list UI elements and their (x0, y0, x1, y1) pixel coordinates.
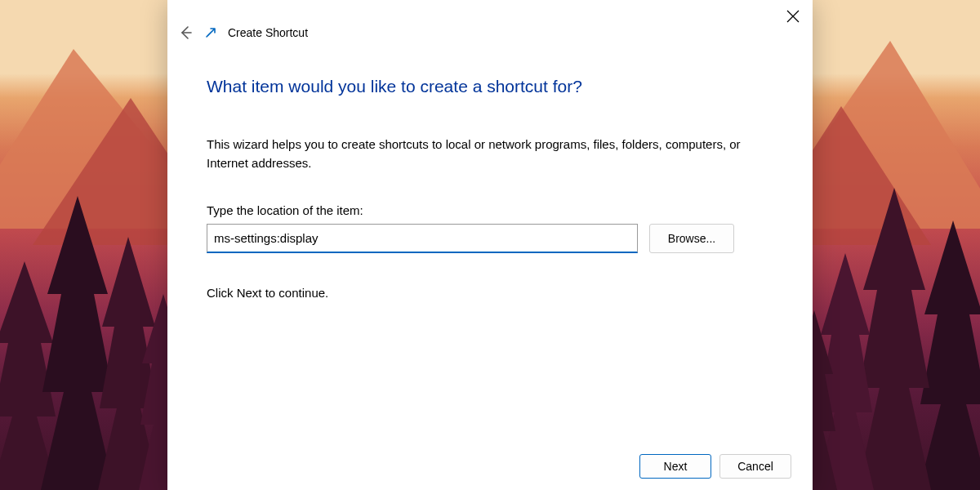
location-row: Browse... (207, 224, 773, 253)
close-icon[interactable] (786, 10, 800, 23)
next-button[interactable]: Next (639, 454, 711, 479)
browse-button[interactable]: Browse... (649, 224, 734, 253)
location-label: Type the location of the item: (207, 203, 773, 217)
wizard-description: This wizard helps you to create shortcut… (207, 136, 773, 172)
dialog-title: Create Shortcut (228, 26, 308, 39)
back-arrow-icon[interactable] (177, 24, 194, 41)
continue-hint: Click Next to continue. (207, 286, 773, 300)
create-shortcut-dialog: Create Shortcut What item would you like… (167, 0, 813, 490)
cancel-button[interactable]: Cancel (719, 454, 791, 479)
location-input[interactable] (207, 224, 638, 253)
dialog-footer: Next Cancel (639, 454, 791, 479)
shortcut-icon (205, 27, 216, 38)
dialog-content: What item would you like to create a sho… (207, 77, 773, 300)
dialog-header: Create Shortcut (177, 24, 308, 41)
titlebar (786, 0, 813, 33)
main-heading: What item would you like to create a sho… (207, 77, 773, 96)
